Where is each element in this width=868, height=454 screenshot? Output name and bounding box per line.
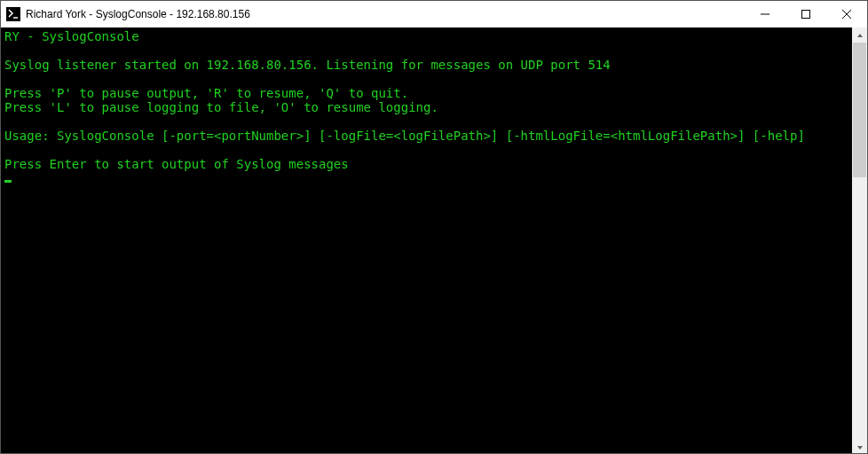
scroll-thumb[interactable] [853,43,866,177]
close-button[interactable] [826,1,867,27]
titlebar[interactable]: Richard York - SyslogConsole - 192.168.8… [1,1,867,27]
console-line [4,114,848,129]
app-icon [6,7,20,21]
cursor-icon [4,180,12,183]
cursor-line [4,171,848,185]
console-area: RY - SyslogConsoleSyslog listener starte… [1,27,867,454]
console-line [4,72,848,86]
console-line [4,143,848,157]
window-title: Richard York - SyslogConsole - 192.168.8… [26,8,745,20]
console-line [4,43,848,58]
console-line: Syslog listener started on 192.168.80.15… [4,58,848,72]
maximize-button[interactable] [785,1,826,27]
scroll-down-button[interactable] [852,440,867,454]
scrollbar[interactable] [852,27,867,454]
svg-rect-0 [802,11,810,19]
console-output[interactable]: RY - SyslogConsoleSyslog listener starte… [1,27,852,454]
console-line: Press Enter to start output of Syslog me… [4,157,848,171]
console-line: Press 'L' to pause logging to file, 'O' … [4,100,848,114]
console-line: RY - SyslogConsole [4,29,848,43]
minimize-button[interactable] [745,1,785,27]
scroll-up-button[interactable] [852,27,867,43]
window-controls [745,1,867,27]
console-line: Usage: SyslogConsole [-port=<portNumber>… [4,129,848,143]
console-line: Press 'P' to pause output, 'R' to resume… [4,86,848,100]
scroll-track[interactable] [852,43,867,440]
